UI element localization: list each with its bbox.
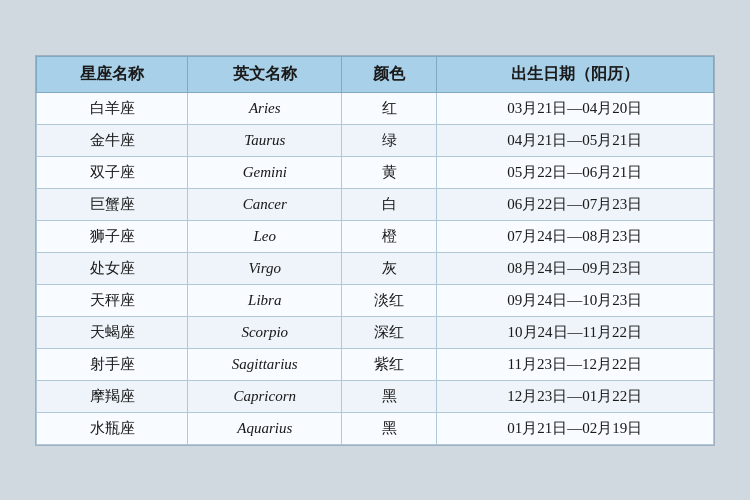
cell-dates: 10月24日—11月22日: [436, 316, 713, 348]
table-row: 处女座Virgo灰08月24日—09月23日: [37, 252, 714, 284]
table-row: 巨蟹座Cancer白06月22日—07月23日: [37, 188, 714, 220]
table-row: 射手座Sagittarius紫红11月23日—12月22日: [37, 348, 714, 380]
header-color: 颜色: [342, 56, 436, 92]
cell-english-name: Taurus: [188, 124, 342, 156]
cell-english-name: Capricorn: [188, 380, 342, 412]
cell-english-name: Libra: [188, 284, 342, 316]
header-chinese-name: 星座名称: [37, 56, 188, 92]
cell-english-name: Aries: [188, 92, 342, 124]
cell-color: 红: [342, 92, 436, 124]
cell-chinese-name: 天秤座: [37, 284, 188, 316]
cell-color: 黑: [342, 380, 436, 412]
cell-chinese-name: 白羊座: [37, 92, 188, 124]
cell-dates: 09月24日—10月23日: [436, 284, 713, 316]
cell-chinese-name: 摩羯座: [37, 380, 188, 412]
cell-chinese-name: 金牛座: [37, 124, 188, 156]
cell-color: 绿: [342, 124, 436, 156]
cell-color: 白: [342, 188, 436, 220]
cell-chinese-name: 双子座: [37, 156, 188, 188]
cell-english-name: Cancer: [188, 188, 342, 220]
header-dates: 出生日期（阳历）: [436, 56, 713, 92]
cell-dates: 05月22日—06月21日: [436, 156, 713, 188]
table-header-row: 星座名称 英文名称 颜色 出生日期（阳历）: [37, 56, 714, 92]
table-row: 水瓶座Aquarius黑01月21日—02月19日: [37, 412, 714, 444]
table-row: 金牛座Taurus绿04月21日—05月21日: [37, 124, 714, 156]
cell-english-name: Gemini: [188, 156, 342, 188]
cell-color: 橙: [342, 220, 436, 252]
cell-color: 紫红: [342, 348, 436, 380]
cell-chinese-name: 射手座: [37, 348, 188, 380]
table-row: 白羊座Aries红03月21日—04月20日: [37, 92, 714, 124]
header-english-name: 英文名称: [188, 56, 342, 92]
table-row: 摩羯座Capricorn黑12月23日—01月22日: [37, 380, 714, 412]
cell-dates: 12月23日—01月22日: [436, 380, 713, 412]
cell-english-name: Scorpio: [188, 316, 342, 348]
cell-dates: 04月21日—05月21日: [436, 124, 713, 156]
cell-english-name: Sagittarius: [188, 348, 342, 380]
table-row: 双子座Gemini黄05月22日—06月21日: [37, 156, 714, 188]
cell-dates: 01月21日—02月19日: [436, 412, 713, 444]
table-row: 狮子座Leo橙07月24日—08月23日: [37, 220, 714, 252]
cell-color: 黄: [342, 156, 436, 188]
cell-chinese-name: 天蝎座: [37, 316, 188, 348]
cell-english-name: Virgo: [188, 252, 342, 284]
table-row: 天秤座Libra淡红09月24日—10月23日: [37, 284, 714, 316]
table-row: 天蝎座Scorpio深红10月24日—11月22日: [37, 316, 714, 348]
cell-color: 黑: [342, 412, 436, 444]
cell-dates: 06月22日—07月23日: [436, 188, 713, 220]
cell-chinese-name: 水瓶座: [37, 412, 188, 444]
cell-color: 灰: [342, 252, 436, 284]
cell-dates: 03月21日—04月20日: [436, 92, 713, 124]
cell-chinese-name: 狮子座: [37, 220, 188, 252]
cell-dates: 11月23日—12月22日: [436, 348, 713, 380]
cell-english-name: Aquarius: [188, 412, 342, 444]
cell-color: 淡红: [342, 284, 436, 316]
cell-chinese-name: 巨蟹座: [37, 188, 188, 220]
cell-english-name: Leo: [188, 220, 342, 252]
cell-dates: 07月24日—08月23日: [436, 220, 713, 252]
zodiac-table-container: 星座名称 英文名称 颜色 出生日期（阳历） 白羊座Aries红03月21日—04…: [35, 55, 715, 446]
cell-color: 深红: [342, 316, 436, 348]
cell-dates: 08月24日—09月23日: [436, 252, 713, 284]
zodiac-table: 星座名称 英文名称 颜色 出生日期（阳历） 白羊座Aries红03月21日—04…: [36, 56, 714, 445]
cell-chinese-name: 处女座: [37, 252, 188, 284]
